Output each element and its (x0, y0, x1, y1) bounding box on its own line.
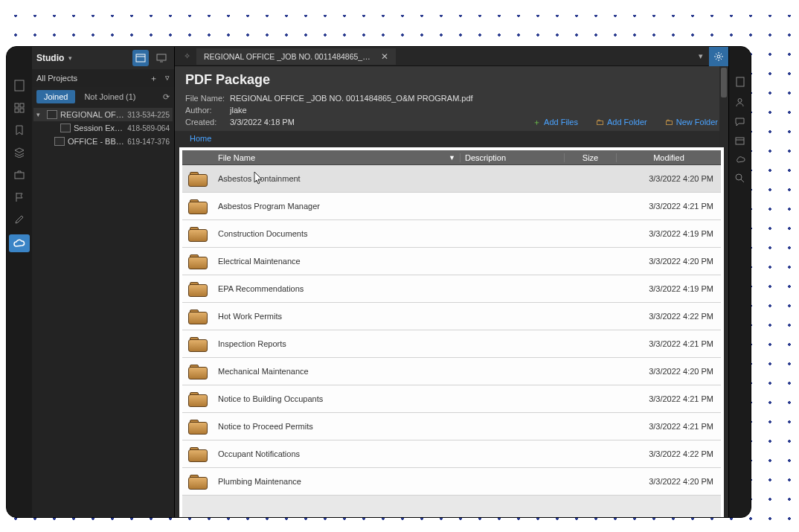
filename-label: File Name: (185, 92, 230, 104)
close-tab-icon[interactable]: ✕ (381, 51, 388, 62)
row-filename: Notice to Proceed Permits (214, 422, 461, 431)
row-modified: 3/3/2022 4:19 PM (617, 284, 721, 293)
col-size[interactable]: Size (565, 153, 617, 162)
main-area: ✧ REGIONAL OFFICE _JOB NO. 0011484865_O&… (175, 47, 728, 517)
new-folder-button[interactable]: 🗀New Folder (665, 116, 718, 128)
table-row[interactable]: Plumbing Maintenance 3/3/2022 4:20 PM (182, 468, 721, 496)
table-row[interactable]: Asbestos Program Manager 3/3/2022 4:21 P… (182, 193, 721, 220)
left-icon-rail (7, 47, 32, 517)
svg-rect-5 (15, 173, 24, 179)
row-filename: Asbestos Program Manager (214, 202, 461, 211)
svg-rect-2 (20, 103, 24, 107)
rail-cloud-icon[interactable] (9, 234, 30, 252)
rail-briefcase-icon[interactable] (12, 167, 27, 182)
tab-not-joined[interactable]: Not Joined (1) (77, 90, 143, 103)
folder-icon (188, 225, 208, 242)
svg-rect-6 (136, 54, 145, 62)
rr-chat-icon[interactable] (735, 118, 745, 126)
folder-icon (188, 281, 208, 297)
table-row[interactable]: Mechanical Maintenance 3/3/2022 4:20 PM (182, 358, 721, 385)
document-tab-label: REGIONAL OFFICE _JOB NO. 0011484865_O&M … (204, 52, 375, 61)
rail-flag-icon[interactable] (12, 190, 27, 205)
add-project-icon[interactable]: ＋ (150, 73, 158, 84)
rr-properties-icon[interactable] (735, 137, 745, 145)
all-projects-row: All Projects ＋ ▿ (32, 69, 174, 87)
table-row[interactable]: EPA Recommendations 3/3/2022 4:19 PM (182, 275, 721, 303)
join-tabs: Joined Not Joined (1) ⟳ (32, 87, 174, 106)
row-modified: 3/3/2022 4:22 PM (617, 312, 721, 321)
rail-file-icon[interactable] (12, 78, 27, 93)
table-row[interactable]: Electrical Maintenance 3/3/2022 4:20 PM (182, 248, 721, 275)
tab-chevron-icon[interactable]: ▾ (693, 51, 709, 61)
wand-icon[interactable]: ✧ (179, 51, 195, 61)
row-filename: Asbestos Containment (214, 174, 461, 183)
folder-icon (188, 253, 208, 269)
col-description[interactable]: Description (461, 153, 565, 162)
rail-bookmark-icon[interactable] (12, 123, 27, 138)
table-row[interactable]: Inspection Reports 3/3/2022 4:21 PM (182, 330, 721, 358)
row-modified: 3/3/2022 4:20 PM (617, 367, 721, 376)
page-title: PDF Package (185, 72, 718, 88)
filename-value: REGIONAL OFFICE _JOB NO. 0011484865_O&M … (230, 92, 473, 104)
row-filename: Mechanical Maintenance (214, 367, 461, 376)
rr-search-icon[interactable] (735, 173, 745, 183)
folder-icon (188, 391, 208, 407)
table-row[interactable]: Construction Documents 3/3/2022 4:19 PM (182, 220, 721, 248)
row-modified: 3/3/2022 4:22 PM (617, 449, 721, 458)
table-row[interactable]: Hot Work Permits 3/3/2022 4:22 PM (182, 303, 721, 330)
svg-rect-1 (15, 103, 19, 107)
row-filename: EPA Recommendations (214, 284, 461, 293)
refresh-icon[interactable]: ⟳ (163, 92, 170, 102)
filter-icon[interactable]: ▿ (165, 73, 170, 84)
svg-point-12 (738, 99, 742, 103)
svg-rect-13 (736, 138, 744, 144)
rail-grid-icon[interactable] (12, 100, 27, 115)
folder-icon (188, 308, 208, 324)
tree-item[interactable]: Session Example418-589-064 (33, 121, 173, 135)
panel-view-projects-icon[interactable] (132, 50, 149, 66)
row-modified: 3/3/2022 4:21 PM (617, 422, 721, 431)
chevron-down-icon[interactable]: ▾ (68, 54, 72, 62)
svg-line-16 (741, 179, 744, 182)
rr-cloud-icon[interactable] (735, 156, 745, 163)
created-value: 3/3/2022 4:18 PM (230, 116, 295, 128)
table-row[interactable]: Occupant Notifications 3/3/2022 4:22 PM (182, 440, 721, 468)
table-header: File Name▼ Description Size Modified (182, 150, 721, 165)
tree-item[interactable]: ▾REGIONAL OFFICE TER...313-534-225 (33, 108, 173, 121)
row-filename: Inspection Reports (214, 339, 461, 348)
folder-icon (188, 336, 208, 352)
col-modified[interactable]: Modified (617, 153, 721, 162)
panel-view-monitor-icon[interactable] (153, 50, 170, 66)
rail-edit-icon[interactable] (12, 212, 27, 227)
rail-layers-icon[interactable] (12, 145, 27, 160)
row-filename: Construction Documents (214, 229, 461, 238)
svg-rect-3 (15, 109, 19, 112)
document-tab[interactable]: REGIONAL OFFICE _JOB NO. 0011484865_O&M … (196, 48, 396, 65)
row-filename: Occupant Notifications (214, 449, 461, 458)
col-filename[interactable]: File Name▼ (214, 153, 461, 162)
project-tree: ▾REGIONAL OFFICE TER...313-534-225Sessio… (32, 106, 174, 150)
table-rows: Asbestos Containment 3/3/2022 4:20 PM As… (182, 165, 721, 517)
app-window: Studio ▾ All Projects ＋ ▿ Joined Not Joi… (6, 46, 751, 518)
folder-icon (188, 170, 208, 187)
row-modified: 3/3/2022 4:20 PM (617, 174, 721, 183)
settings-gear-icon[interactable] (709, 47, 728, 66)
tree-item[interactable]: OFFICE - BBU T5 Job No...619-147-376 (33, 135, 173, 148)
content-header: PDF Package File Name: REGIONAL OFFICE _… (175, 66, 728, 131)
rr-user-icon[interactable] (735, 97, 745, 107)
table-row[interactable]: Notice to Proceed Permits 3/3/2022 4:21 … (182, 413, 721, 440)
table-row[interactable]: Asbestos Containment 3/3/2022 4:20 PM (182, 165, 721, 193)
breadcrumb-home[interactable]: Home (190, 134, 211, 143)
folder-icon (188, 198, 208, 214)
row-modified: 3/3/2022 4:21 PM (617, 394, 721, 403)
add-folder-button[interactable]: 🗀Add Folder (596, 116, 647, 128)
row-filename: Plumbing Maintenance (214, 477, 461, 486)
row-modified: 3/3/2022 4:21 PM (617, 202, 721, 211)
rr-page-icon[interactable] (736, 77, 745, 87)
row-modified: 3/3/2022 4:21 PM (617, 339, 721, 348)
tab-joined[interactable]: Joined (36, 90, 75, 103)
svg-rect-8 (157, 54, 166, 60)
table-row[interactable]: Notice to Building Occupants 3/3/2022 4:… (182, 385, 721, 413)
folder-icon (188, 363, 208, 379)
add-files-button[interactable]: ＋Add Files (533, 116, 578, 128)
